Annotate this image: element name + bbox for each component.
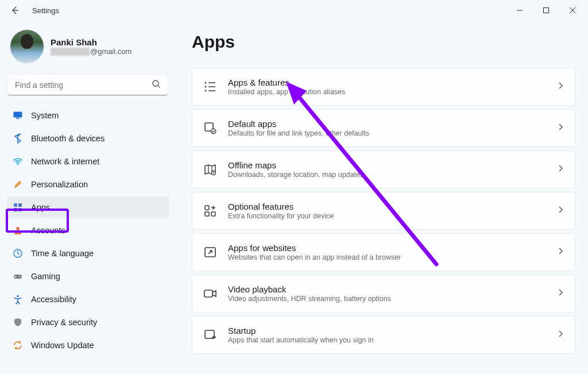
svg-rect-21 bbox=[205, 212, 209, 216]
default-app-icon bbox=[203, 121, 218, 136]
card-offline-maps[interactable]: Offline maps Downloads, storage location… bbox=[192, 151, 575, 188]
sidebar-item-bluetooth[interactable]: Bluetooth & devices bbox=[7, 128, 169, 149]
chevron-right-icon bbox=[556, 123, 564, 133]
card-text: Startup Apps that start automatically wh… bbox=[228, 326, 556, 344]
window-controls bbox=[506, 0, 586, 21]
chevron-right-icon bbox=[556, 330, 564, 340]
sidebar-item-label: Accounts bbox=[31, 226, 65, 235]
sidebar-item-system[interactable]: System bbox=[7, 105, 169, 126]
card-title: Offline maps bbox=[228, 160, 556, 170]
search-icon bbox=[152, 79, 161, 91]
sidebar-item-gaming[interactable]: Gaming bbox=[7, 265, 169, 287]
search-wrap bbox=[8, 75, 168, 95]
sidebar-item-apps[interactable]: Apps bbox=[7, 196, 169, 218]
card-text: Default apps Defaults for file and link … bbox=[228, 119, 556, 137]
card-title: Apps for websites bbox=[228, 243, 556, 253]
maximize-button[interactable] bbox=[533, 0, 559, 21]
card-text: Video playback Video adjustments, HDR st… bbox=[228, 284, 556, 303]
sidebar-item-privacy[interactable]: Privacy & security bbox=[7, 311, 169, 333]
sidebar-item-network[interactable]: Network & internet bbox=[7, 151, 169, 172]
sidebar: Panki Shah @gmail.com System Bluetooth &… bbox=[0, 21, 176, 374]
person-icon bbox=[13, 225, 23, 236]
svg-rect-7 bbox=[14, 208, 17, 211]
svg-point-14 bbox=[205, 82, 207, 84]
sidebar-item-label: Network & internet bbox=[31, 157, 99, 166]
maximize-icon bbox=[543, 7, 550, 14]
card-default-apps[interactable]: Default apps Defaults for file and link … bbox=[192, 109, 575, 147]
chevron-right-icon bbox=[556, 82, 564, 92]
card-subtitle: Extra functionality for your device bbox=[228, 212, 556, 220]
sidebar-item-accounts[interactable]: Accounts bbox=[7, 219, 169, 241]
grid-plus-icon bbox=[203, 203, 218, 218]
close-button[interactable] bbox=[559, 0, 586, 21]
window-title: Settings bbox=[32, 6, 59, 15]
user-text: Panki Shah @gmail.com bbox=[51, 37, 131, 56]
user-block[interactable]: Panki Shah @gmail.com bbox=[7, 26, 169, 71]
card-apps-features[interactable]: Apps & features Installed apps, app exec… bbox=[192, 68, 575, 106]
card-subtitle: Websites that can open in an app instead… bbox=[228, 253, 556, 261]
chevron-right-icon bbox=[556, 247, 564, 257]
sidebar-item-label: Bluetooth & devices bbox=[31, 134, 105, 143]
sidebar-item-personalization[interactable]: Personalization bbox=[7, 173, 169, 195]
svg-rect-24 bbox=[204, 290, 212, 297]
minimize-button[interactable] bbox=[506, 0, 533, 21]
close-icon bbox=[569, 7, 576, 14]
map-icon bbox=[203, 162, 218, 177]
minimize-icon bbox=[516, 7, 523, 14]
sidebar-item-label: Gaming bbox=[31, 272, 60, 281]
card-subtitle: Downloads, storage location, map updates bbox=[228, 171, 556, 179]
sidebar-item-update[interactable]: Windows Update bbox=[7, 334, 169, 356]
card-apps-websites[interactable]: Apps for websites Websites that can open… bbox=[192, 233, 575, 271]
paintbrush-icon bbox=[13, 179, 23, 190]
user-email-suffix: @gmail.com bbox=[90, 47, 131, 56]
svg-rect-8 bbox=[18, 208, 22, 211]
card-title: Video playback bbox=[228, 284, 556, 294]
card-text: Apps & features Installed apps, app exec… bbox=[228, 78, 556, 96]
back-button[interactable] bbox=[7, 2, 23, 18]
bluetooth-icon bbox=[13, 133, 23, 144]
sidebar-item-label: Privacy & security bbox=[31, 318, 97, 327]
sidebar-item-label: Windows Update bbox=[31, 341, 94, 350]
apps-icon bbox=[13, 202, 23, 213]
svg-point-16 bbox=[205, 90, 207, 92]
main: Apps Apps & features Installed apps, app… bbox=[176, 21, 588, 374]
card-subtitle: Installed apps, app execution aliases bbox=[228, 88, 556, 96]
card-video-playback[interactable]: Video playback Video adjustments, HDR st… bbox=[192, 275, 575, 313]
shield-icon bbox=[13, 317, 23, 327]
card-title: Apps & features bbox=[228, 78, 556, 87]
card-text: Optional features Extra functionality fo… bbox=[228, 202, 556, 220]
card-text: Offline maps Downloads, storage location… bbox=[228, 160, 556, 179]
titlebar: Settings bbox=[0, 0, 588, 21]
open-app-icon bbox=[203, 245, 218, 260]
globe-clock-icon bbox=[13, 248, 23, 259]
chevron-right-icon bbox=[556, 164, 564, 175]
svg-rect-20 bbox=[205, 206, 209, 210]
list-icon bbox=[203, 79, 218, 94]
svg-point-4 bbox=[17, 164, 18, 165]
sidebar-item-label: Personalization bbox=[31, 180, 88, 189]
arrow-left-icon bbox=[10, 6, 20, 15]
card-title: Default apps bbox=[228, 119, 556, 129]
svg-point-15 bbox=[205, 86, 207, 88]
card-title: Startup bbox=[228, 326, 556, 336]
search-input[interactable] bbox=[8, 75, 168, 95]
sidebar-item-label: Apps bbox=[31, 203, 50, 212]
card-startup[interactable]: Startup Apps that start automatically wh… bbox=[192, 316, 575, 354]
wifi-icon bbox=[13, 156, 23, 167]
svg-point-12 bbox=[20, 276, 21, 277]
accessibility-icon bbox=[13, 294, 23, 304]
svg-rect-22 bbox=[211, 212, 215, 216]
user-email: @gmail.com bbox=[51, 47, 131, 56]
card-title: Optional features bbox=[228, 202, 556, 211]
svg-rect-5 bbox=[14, 203, 17, 207]
svg-rect-2 bbox=[14, 112, 22, 118]
sidebar-item-accessibility[interactable]: Accessibility bbox=[7, 288, 169, 310]
svg-point-13 bbox=[17, 295, 19, 298]
avatar bbox=[10, 30, 44, 63]
sidebar-item-time[interactable]: Time & language bbox=[7, 242, 169, 264]
sidebar-item-label: Time & language bbox=[31, 249, 94, 258]
card-optional-features[interactable]: Optional features Extra functionality fo… bbox=[192, 192, 575, 230]
chevron-right-icon bbox=[556, 288, 564, 299]
monitor-icon bbox=[13, 110, 23, 121]
sidebar-item-label: System bbox=[31, 111, 59, 120]
